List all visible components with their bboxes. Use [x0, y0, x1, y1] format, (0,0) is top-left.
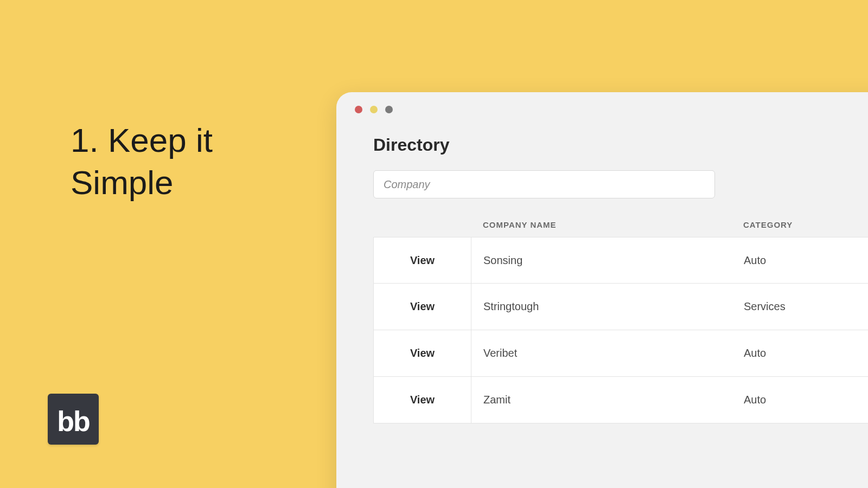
table-body: View Sonsing Auto View Stringtough Servi…	[373, 237, 868, 423]
company-search-input[interactable]	[373, 170, 715, 198]
company-category: Auto	[732, 377, 868, 423]
table-row: View Stringtough Services	[373, 284, 868, 330]
table-row: View Zamit Auto	[373, 377, 868, 423]
view-button[interactable]: View	[374, 284, 471, 330]
company-name: Zamit	[471, 377, 732, 423]
slide-headline: 1. Keep itSimple	[71, 119, 213, 203]
window-close-icon[interactable]	[355, 106, 362, 113]
table-row: View Veribet Auto	[373, 330, 868, 377]
brand-logo: bb	[48, 394, 99, 445]
view-button[interactable]: View	[374, 330, 471, 376]
col-company-name: COMPANY NAME	[471, 213, 731, 237]
company-name: Stringtough	[471, 284, 732, 330]
window-controls	[336, 92, 868, 113]
company-category: Auto	[732, 330, 868, 376]
table-row: View Sonsing Auto	[373, 237, 868, 284]
company-category: Auto	[732, 237, 868, 283]
table-header: COMPANY NAME CATEGORY	[373, 213, 868, 237]
company-name: Veribet	[471, 330, 732, 376]
col-category: CATEGORY	[731, 213, 868, 237]
view-button[interactable]: View	[374, 237, 471, 283]
company-name: Sonsing	[471, 237, 732, 283]
window-content: Directory COMPANY NAME CATEGORY View Son…	[336, 113, 868, 423]
window-minimize-icon[interactable]	[370, 106, 378, 113]
view-button[interactable]: View	[374, 377, 471, 423]
col-view	[373, 213, 471, 237]
window-maximize-icon[interactable]	[385, 106, 393, 113]
slide-stage: 1. Keep itSimple bb Directory COMPANY NA…	[0, 0, 868, 488]
company-table: COMPANY NAME CATEGORY View Sonsing Auto …	[373, 213, 868, 423]
company-category: Services	[732, 284, 868, 330]
app-window: Directory COMPANY NAME CATEGORY View Son…	[336, 92, 868, 488]
page-title: Directory	[373, 135, 868, 155]
brand-logo-text: bb	[57, 407, 90, 435]
